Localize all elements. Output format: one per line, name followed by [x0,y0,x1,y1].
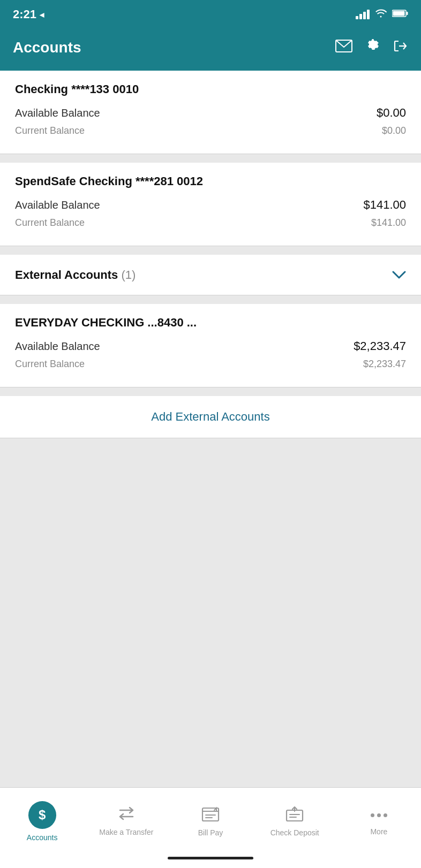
available-balance-row-checking: Available Balance $0.00 [15,106,406,120]
content-area: Checking ****133 0010 Available Balance … [0,71,421,613]
header-actions [335,39,408,57]
status-time: 2:21 ◂ [13,7,44,21]
external-accounts-title: External Accounts [15,268,121,281]
nav-item-more[interactable]: More [337,807,421,836]
home-bar [168,857,253,859]
available-amount-everyday: $2,233.47 [354,339,406,353]
available-label-everyday: Available Balance [15,340,100,353]
billpay-icon [201,806,220,825]
more-icon [371,807,387,824]
svg-rect-1 [393,11,405,16]
current-balance-row-checking: Current Balance $0.00 [15,125,406,136]
nav-item-billpay[interactable]: Bill Pay [168,806,252,837]
available-label-checking: Available Balance [15,107,100,119]
available-balance-row-spendsafe: Available Balance $141.00 [15,198,406,212]
external-accounts-title-area: External Accounts (1) [15,268,136,282]
separator-3 [0,295,421,304]
status-icons [356,9,408,20]
nav-label-billpay: Bill Pay [198,828,223,837]
mail-icon[interactable] [335,40,352,56]
battery-icon [392,9,408,20]
account-card-everyday[interactable]: EVERYDAY CHECKING ...8430 ... Available … [0,304,421,387]
nav-label-accounts: Accounts [27,833,58,842]
current-label-spendsafe: Current Balance [15,217,85,229]
account-name-spendsafe: SpendSafe Checking ****281 0012 [15,174,406,188]
transfer-icon [117,806,136,825]
nav-item-transfer[interactable]: Make a Transfer [84,806,168,836]
current-amount-checking: $0.00 [382,125,406,136]
wifi-icon [375,9,387,20]
current-balance-row-everyday: Current Balance $2,233.47 [15,359,406,370]
chevron-down-icon [392,267,406,283]
current-balance-row-spendsafe: Current Balance $141.00 [15,217,406,229]
home-indicator [0,851,421,868]
current-label-everyday: Current Balance [15,359,85,370]
nav-item-checkdeposit[interactable]: Check Deposit [253,806,337,837]
accounts-dollar-icon: $ [39,808,46,823]
available-amount-spendsafe: $141.00 [363,198,406,212]
status-bar: 2:21 ◂ [0,0,421,28]
available-amount-checking: $0.00 [377,106,406,120]
external-accounts-header[interactable]: External Accounts (1) [0,255,421,295]
bottom-nav: $ Accounts Make a Transfer Bill Pay [0,787,421,851]
checkdeposit-icon [285,806,304,825]
logout-icon[interactable] [393,39,408,57]
account-card-spendsafe[interactable]: SpendSafe Checking ****281 0012 Availabl… [0,163,421,246]
nav-label-checkdeposit: Check Deposit [270,828,319,837]
location-arrow-icon: ◂ [40,10,44,20]
separator-1 [0,154,421,163]
external-accounts-count: (1) [121,268,136,281]
time-display: 2:21 [13,7,36,21]
current-amount-everyday: $2,233.47 [363,359,406,370]
nav-item-accounts[interactable]: $ Accounts [0,801,84,842]
account-name-everyday: EVERYDAY CHECKING ...8430 ... [15,316,406,330]
add-external-section[interactable]: Add External Accounts [0,396,421,438]
accounts-nav-circle: $ [28,801,56,829]
available-label-spendsafe: Available Balance [15,199,100,211]
app-header: Accounts [0,28,421,71]
content-spacer [0,613,421,787]
add-external-link[interactable]: Add External Accounts [151,410,269,423]
page-title: Accounts [13,39,81,56]
account-name-checking: Checking ****133 0010 [15,82,406,96]
nav-label-more: More [370,827,387,836]
svg-rect-2 [407,12,408,15]
account-card-checking[interactable]: Checking ****133 0010 Available Balance … [0,71,421,154]
settings-icon[interactable] [365,39,380,57]
separator-2 [0,246,421,255]
available-balance-row-everyday: Available Balance $2,233.47 [15,339,406,353]
separator-4 [0,387,421,396]
signal-icon [356,10,370,19]
nav-label-transfer: Make a Transfer [99,828,153,836]
current-amount-spendsafe: $141.00 [371,217,406,229]
current-label-checking: Current Balance [15,125,85,136]
